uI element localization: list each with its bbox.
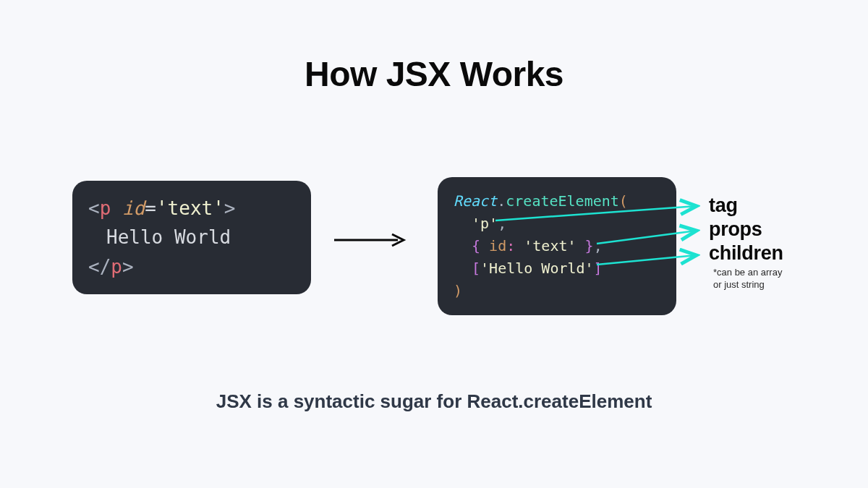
label-children: children bbox=[709, 241, 783, 265]
diagram-subtitle: JSX is a syntactic sugar for React.creat… bbox=[0, 390, 868, 413]
jsx-line-1: <p id='text'> bbox=[88, 194, 295, 223]
transform-arrow-icon bbox=[333, 233, 409, 247]
react-line-2: 'p', bbox=[454, 213, 660, 235]
react-code-block: React.createElement( 'p', { id: 'text' }… bbox=[438, 177, 676, 315]
label-tag: tag bbox=[709, 194, 783, 218]
annotation-labels: tag props children *can be an array or j… bbox=[709, 194, 783, 291]
jsx-line-2: Hello World bbox=[88, 223, 295, 252]
jsx-line-3: </p> bbox=[88, 252, 295, 281]
jsx-code-block: <p id='text'> Hello World </p> bbox=[72, 181, 311, 294]
diagram-title: How JSX Works bbox=[0, 54, 868, 94]
react-line-5: ) bbox=[454, 280, 660, 302]
label-props: props bbox=[709, 218, 783, 241]
react-line-3: { id: 'text' }, bbox=[454, 235, 660, 257]
react-line-1: React.createElement( bbox=[454, 190, 660, 213]
label-footnote: *can be an array or just string bbox=[713, 267, 783, 291]
react-line-4: ['Hello World'] bbox=[454, 257, 660, 280]
